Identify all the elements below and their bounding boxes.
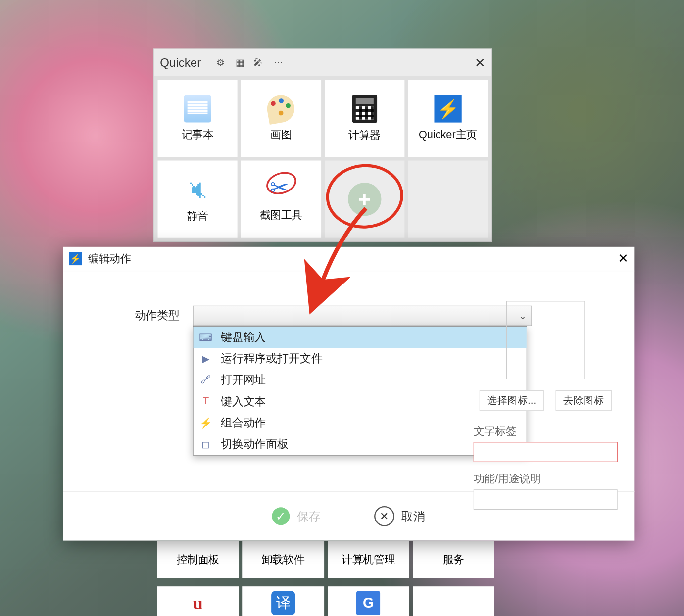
bolt-small-icon: ⚡ [199,416,212,429]
close-icon[interactable]: ✕ [618,251,629,266]
icon-cell-empty[interactable] [413,586,494,616]
google-icon: G [356,591,380,615]
cell-calculator[interactable]: 计算器 [325,80,404,157]
snip-icon [267,176,294,203]
dropdown-item-label: 键盘输入 [221,330,266,345]
cell-label: 记事本 [182,127,214,142]
cell-control-panel[interactable]: 控制面板 [157,541,239,578]
desc-label: 功能/用途说明 [474,472,618,486]
icon-panel: 选择图标... 去除图标 文字标签 功能/用途说明 [474,301,618,510]
cell-add[interactable]: + [325,161,404,238]
quicker-window: Quicker ⚙ ▦ 🎤︎ ⋯ ✕ 记事本 画图 计算器 ⚡ Quicker主… [153,49,492,242]
panel-icon: ◻ [199,438,212,451]
icon-cell-u[interactable]: u [157,586,239,616]
cell-paint[interactable]: 画图 [241,80,321,157]
qr-icon[interactable]: ▦ [236,57,243,68]
text-icon: T [199,395,212,408]
x-icon: ✕ [374,506,394,526]
cell-snip[interactable]: 截图工具 [241,161,321,238]
text-tag-label: 文字标签 [474,424,618,438]
dropdown-item-label: 键入文本 [221,394,266,409]
app-name: Quicker [160,56,201,70]
cell-label: Quicker主页 [419,127,477,142]
cell-label: 计算器 [348,128,381,142]
annotation-circle [324,161,405,231]
icon-cell-google[interactable]: G [328,586,409,616]
cell-uninstall[interactable]: 卸载软件 [243,541,324,578]
remove-icon-button[interactable]: 去除图标 [556,390,612,411]
icon-cell-translate[interactable]: 译 [243,586,324,616]
u-logo-icon: u [193,593,203,613]
save-button[interactable]: ✓ 保存 [272,507,321,525]
mute-icon: 🔇︎ [185,176,210,204]
bolt-icon: ⚡ [434,95,461,122]
select-icon-button[interactable]: 选择图标... [480,390,544,411]
cell-quicker-home[interactable]: ⚡ Quicker主页 [408,80,488,157]
quicker-bottom-icons: u 译 G [153,583,498,616]
cell-computer-mgmt[interactable]: 计算机管理 [328,541,409,578]
check-icon: ✓ [272,507,290,525]
more-icon[interactable]: ⋯ [274,57,283,68]
bolt-icon: ⚡ [69,252,82,265]
button-label: 取消 [401,508,425,524]
cell-mute[interactable]: 🔇︎ 静音 [158,161,238,238]
dialog-title: 编辑动作 [88,251,131,266]
dropdown-item-label: 组合动作 [221,415,266,430]
action-type-label: 动作类型 [135,308,180,324]
translate-icon: 译 [271,591,295,615]
gear-icon[interactable]: ⚙ [216,57,225,68]
cell-services[interactable]: 服务 [413,541,494,578]
cancel-button[interactable]: ✕ 取消 [374,506,425,526]
paint-icon [265,93,297,125]
button-label: 选择图标... [487,395,536,406]
calculator-icon [352,95,377,123]
link-icon: 🔗︎ [199,374,212,386]
cell-label: 控制面板 [177,553,220,567]
edit-action-dialog: ⚡ 编辑动作 ✕ 动作类型 ⌄ ⌨ 键盘输入 ▶ 运行程序或打开文件 🔗︎ 打开… [63,247,634,541]
action-grid: 记事本 画图 计算器 ⚡ Quicker主页 🔇︎ 静音 截图工具 + [154,76,491,241]
cell-label: 截图工具 [260,208,303,223]
dropdown-item-label: 打开网址 [221,372,266,387]
cell-label: 静音 [187,209,208,223]
mic-icon[interactable]: 🎤︎ [253,57,263,68]
notepad-icon [184,95,211,122]
dropdown-item-label: 切换动作面板 [221,436,289,452]
quicker-bottom-row: 控制面板 卸载软件 计算机管理 服务 [153,541,498,578]
button-label: 去除图标 [563,395,604,406]
cell-label: 卸载软件 [262,553,305,567]
cell-label: 计算机管理 [342,553,395,567]
cell-notepad[interactable]: 记事本 [158,80,238,157]
run-icon: ▶ [199,352,212,365]
text-tag-input[interactable] [474,442,618,462]
close-icon[interactable]: ✕ [475,55,486,70]
dropdown-item-label: 运行程序或打开文件 [221,351,323,366]
button-label: 保存 [297,508,321,524]
dialog-body: 动作类型 ⌄ ⌨ 键盘输入 ▶ 运行程序或打开文件 🔗︎ 打开网址 T 键入文本… [63,271,634,491]
desc-input[interactable] [474,489,618,510]
quicker-titlebar: Quicker ⚙ ▦ 🎤︎ ⋯ ✕ [154,49,491,76]
dialog-titlebar: ⚡ 编辑动作 ✕ [63,247,634,271]
cell-label: 服务 [443,553,464,567]
cell-label: 画图 [270,127,292,142]
icon-preview [506,301,585,379]
keyboard-icon: ⌨ [199,331,212,343]
cell-empty[interactable] [408,161,488,238]
